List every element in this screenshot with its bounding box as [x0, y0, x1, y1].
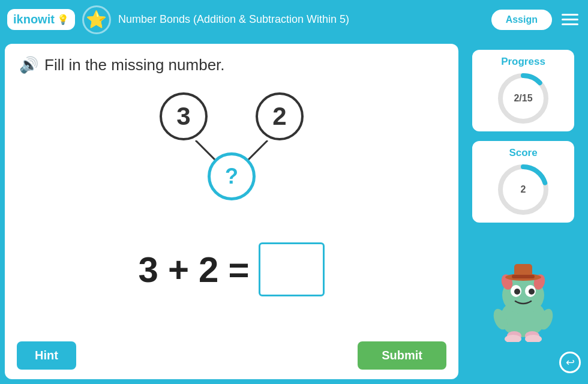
character-box — [484, 232, 562, 342]
hint-button[interactable]: Hint — [17, 341, 76, 370]
star-icon: ⭐ — [86, 10, 107, 29]
progress-value: 2/15 — [514, 93, 532, 104]
eq-right: 2 — [199, 249, 218, 290]
svg-rect-16 — [512, 275, 535, 278]
instruction-text: Fill in the missing number. — [44, 56, 225, 74]
score-box: Score 2 — [472, 141, 574, 223]
bond-answer-circle: ? — [208, 152, 256, 200]
bond-top-right: 2 — [256, 92, 304, 140]
logo-text: iknowit — [13, 13, 55, 26]
equation-area: 3 + 2 = — [19, 242, 444, 296]
progress-ring: 2/15 — [496, 71, 550, 125]
score-ring: 2 — [496, 163, 550, 217]
left-panel: 🔊 Fill in the missing number. 3 2 ? — [5, 44, 458, 379]
progress-box: Progress 2/15 — [472, 50, 574, 131]
right-panel: Progress 2/15 Score 2 — [463, 44, 583, 379]
bond-connector: ? — [172, 140, 292, 182]
score-value: 2 — [521, 184, 526, 195]
svg-point-11 — [529, 289, 535, 295]
sound-icon[interactable]: 🔊 — [19, 56, 38, 74]
bond-top-left: 3 — [160, 92, 208, 140]
back-button[interactable]: ↩ — [559, 352, 581, 373]
character-svg — [484, 252, 562, 342]
back-icon: ↩ — [566, 356, 575, 369]
menu-line-3 — [562, 23, 578, 25]
answer-input[interactable] — [259, 242, 325, 296]
assign-button[interactable]: Assign — [491, 10, 552, 30]
instruction-row: 🔊 Fill in the missing number. — [19, 56, 444, 74]
eq-left: 3 — [139, 249, 158, 290]
svg-point-10 — [514, 289, 520, 295]
logo-bulb-icon: 💡 — [57, 14, 69, 25]
star-badge: ⭐ — [82, 5, 111, 34]
bottom-buttons: Hint Submit — [17, 341, 446, 370]
submit-button[interactable]: Submit — [358, 341, 446, 370]
eq-equals: = — [228, 249, 249, 290]
lesson-title: Number Bonds (Addition & Subtraction Wit… — [118, 13, 484, 26]
menu-line-1 — [562, 14, 578, 16]
score-label: Score — [509, 147, 537, 159]
bond-top-row: 3 2 — [160, 92, 304, 140]
logo: iknowit 💡 — [7, 9, 75, 30]
bond-diagram: 3 2 ? — [19, 92, 444, 182]
progress-label: Progress — [501, 56, 545, 68]
eq-operator: + — [168, 249, 189, 290]
main-area: 🔊 Fill in the missing number. 3 2 ? — [0, 39, 588, 384]
menu-button[interactable] — [559, 11, 581, 28]
bond-question-mark: ? — [225, 164, 238, 189]
menu-line-2 — [562, 19, 578, 20]
app-header: iknowit 💡 ⭐ Number Bonds (Addition & Sub… — [0, 0, 588, 39]
